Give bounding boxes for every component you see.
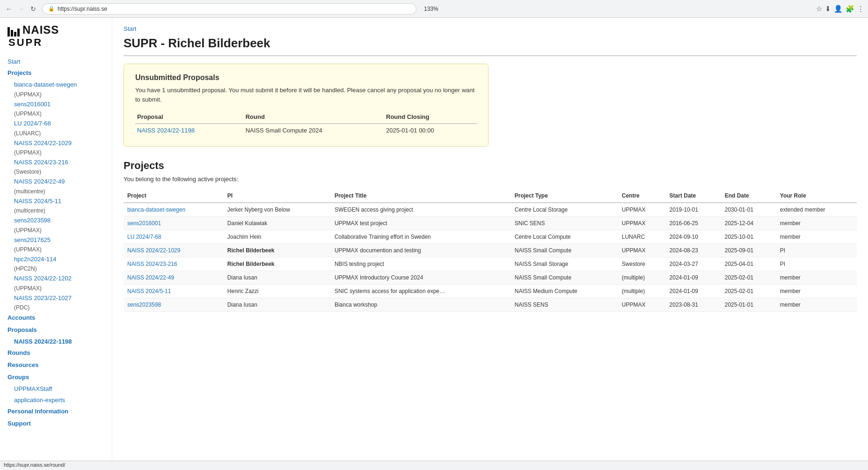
sidebar-item-accounts[interactable]: Accounts (7, 312, 104, 324)
col-pi: PI (224, 189, 331, 203)
sidebar-project-naiss1027[interactable]: NAISS 2023/22-1027 (14, 293, 104, 303)
project-title-cell: NBIS testing project (331, 257, 511, 271)
table-row: NAISS 2024/22-1198 NAISS Small Compute 2… (135, 124, 477, 137)
sidebar-project-lu2024[interactable]: LU 2024/7-68 (14, 118, 104, 129)
sidebar-project-sens2023598[interactable]: sens2023598 (14, 215, 104, 226)
table-row: NAISS 2024/23-216 Richel Bilderbeek NBIS… (124, 257, 857, 271)
sidebar-project-naiss1029[interactable]: NAISS 2024/22-1029 (14, 138, 104, 148)
col-project: Project (124, 189, 224, 203)
project-link[interactable]: NAISS 2024/22-1029 (127, 247, 180, 254)
project-link[interactable]: sens2016001 (127, 220, 161, 227)
sidebar-project-lu2024-sub: (LUNARC) (14, 129, 104, 138)
pi-cell: Diana Iusan (224, 298, 331, 312)
sidebar-item-support[interactable]: Support (7, 418, 104, 430)
project-type-cell: NAISS Small Compute (511, 244, 618, 257)
sidebar-project-naiss1202[interactable]: NAISS 2024/22-1202 (14, 273, 104, 284)
pi-name-bold: Richel Bilderbeek (227, 261, 275, 267)
sidebar-project-sens2016001[interactable]: sens2016001 (14, 99, 104, 110)
proposals-table-body: NAISS 2024/22-1198 NAISS Small Compute 2… (135, 124, 477, 137)
project-centre-cell: (multiple) (618, 271, 666, 285)
naiss-logo-text: NAISS (22, 23, 59, 37)
sidebar-item-resources[interactable]: Resources (7, 359, 104, 371)
project-role-cell: PI (776, 257, 857, 271)
col-end: End Date (721, 189, 776, 203)
sidebar-project-naiss1202-sub: (UPPMAX) (14, 284, 104, 293)
table-row: sens2016001 Daniel Kulawiak UPPMAX test … (124, 217, 857, 230)
project-link-cell: NAISS 2024/5-11 (124, 285, 224, 298)
forward-button[interactable]: → (16, 4, 26, 14)
page-title: SUPR - Richel Bilderbeek (124, 36, 857, 56)
table-row: NAISS 2024/22-49 Diana Iusan UPPMAX Intr… (124, 271, 857, 285)
sidebar-projects-list: bianca-dataset-swegen (UPPMAX) sens20160… (7, 79, 104, 312)
project-type-cell: SNIC SENS (511, 217, 618, 230)
reload-button[interactable]: ↻ (28, 4, 38, 14)
sidebar-item-start[interactable]: Start (7, 56, 104, 67)
project-link[interactable]: sens2023598 (127, 301, 161, 308)
breadcrumb-start-link[interactable]: Start (124, 25, 136, 32)
proposals-table-header: Proposal Round Round Closing (135, 110, 477, 124)
proposals-box-description: You have 1 unsubmitted proposal. You mus… (135, 86, 477, 104)
sidebar-project-naiss1027-sub: (PDC) (14, 303, 104, 312)
proposal-link[interactable]: NAISS 2024/22-1198 (137, 127, 195, 134)
sidebar-project-hpc2n-sub: (HPC2N) (14, 264, 104, 273)
sidebar-project-bianca[interactable]: bianca-dataset-swegen (14, 79, 104, 90)
col-centre: Centre (618, 189, 666, 203)
projects-header-row: Project PI Project Title Project Type Ce… (124, 189, 857, 203)
project-centre-cell: UPPMAX (618, 298, 666, 312)
col-role: Your Role (776, 189, 857, 203)
sidebar-item-proposals[interactable]: Proposals (7, 324, 104, 336)
sidebar-group-uppmax[interactable]: UPPMAXStaff (14, 383, 104, 394)
sidebar-groups-list: UPPMAXStaff application-experts (7, 383, 104, 405)
menu-icon[interactable]: ⋮ (857, 5, 864, 13)
sidebar-project-sens2017625[interactable]: sens2017625 (14, 235, 104, 245)
logo-bars (7, 27, 20, 37)
sidebar-project-hpc2n[interactable]: hpc2n2024-114 (14, 254, 104, 264)
project-link[interactable]: LU 2024/7-68 (127, 234, 161, 240)
project-centre-cell: (multiple) (618, 285, 666, 298)
browser-chrome: ← → ↻ 🔒 https://supr.naiss.se 133% ☆ ⬇ 👤… (0, 0, 868, 18)
proposal-link-cell: NAISS 2024/22-1198 (135, 124, 244, 137)
sidebar-item-rounds[interactable]: Rounds (7, 347, 104, 359)
project-link[interactable]: NAISS 2024/5-11 (127, 288, 171, 294)
main-content: Start SUPR - Richel Bilderbeek Unsubmitt… (112, 18, 868, 470)
back-button[interactable]: ← (4, 4, 14, 14)
col-start: Start Date (666, 189, 721, 203)
project-start-cell: 2024-01-09 (666, 285, 721, 298)
project-title-cell: Bianca workshop (331, 298, 511, 312)
project-link[interactable]: NAISS 2024/22-49 (127, 274, 174, 281)
project-link[interactable]: NAISS 2024/23-216 (127, 261, 177, 267)
project-end-cell: 2025-10-01 (721, 230, 776, 244)
col-type: Project Type (511, 189, 618, 203)
project-link-cell: NAISS 2024/23-216 (124, 257, 224, 271)
table-row: sens2023598 Diana Iusan Bianca workshop … (124, 298, 857, 312)
sidebar-item-projects[interactable]: Projects (7, 67, 104, 79)
project-end-cell: 2025-01-01 (721, 298, 776, 312)
url-text: https://supr.naiss.se (58, 6, 107, 12)
sidebar-project-naiss511[interactable]: NAISS 2024/5-11 (14, 196, 104, 206)
pi-cell: Joachim Hein (224, 230, 331, 244)
project-role-cell: member (776, 217, 857, 230)
sidebar-project-naiss49-sub: (multicentre) (14, 187, 104, 196)
sidebar-project-naiss216-sub: (Swestore) (14, 168, 104, 176)
pi-cell: Richel Bilderbeek (224, 257, 331, 271)
sidebar: NAISS SUPR Start Projects bianca-dataset… (0, 18, 112, 470)
project-link[interactable]: bianca-dataset-swegen (127, 206, 185, 213)
sidebar-item-personal-info[interactable]: Personal Information (7, 405, 104, 418)
project-type-cell: Centre Local Compute (511, 230, 618, 244)
sidebar-project-naiss49[interactable]: NAISS 2024/22-49 (14, 176, 104, 187)
project-centre-cell: UPPMAX (618, 244, 666, 257)
download-icon[interactable]: ⬇ (825, 5, 831, 13)
pi-cell: Diana Iusan (224, 271, 331, 285)
bookmark-icon[interactable]: ☆ (816, 5, 822, 13)
project-title-cell: UPPMAX documention and testing (331, 244, 511, 257)
sidebar-item-groups[interactable]: Groups (7, 371, 104, 383)
address-bar[interactable]: 🔒 https://supr.naiss.se (42, 3, 416, 15)
table-row: LU 2024/7-68 Joachim Hein Collaborative … (124, 230, 857, 244)
extension-icon[interactable]: 🧩 (846, 5, 854, 13)
zoom-level: 133% (424, 6, 438, 12)
sidebar-proposal-1198[interactable]: NAISS 2024/22-1198 (14, 336, 104, 347)
project-centre-cell: Swestore (618, 257, 666, 271)
sidebar-project-naiss216[interactable]: NAISS 2024/23-216 (14, 157, 104, 168)
account-icon[interactable]: 👤 (834, 5, 843, 13)
sidebar-group-appexperts[interactable]: application-experts (14, 395, 104, 405)
